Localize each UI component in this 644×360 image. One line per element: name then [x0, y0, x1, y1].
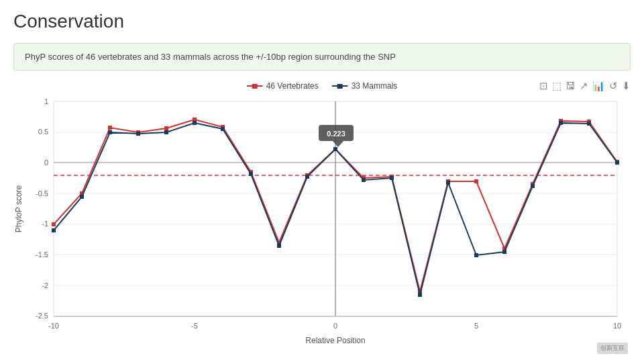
- legend-vertebrates: 46 Vertebrates: [247, 81, 319, 91]
- crop-icon[interactable]: ⊡: [539, 80, 548, 92]
- info-box: PhyP scores of 46 vertebrates and 33 mam…: [13, 43, 631, 71]
- svg-text:-2.5: -2.5: [36, 312, 48, 320]
- mammals-label: 33 Mammals: [352, 81, 398, 91]
- svg-text:0.223: 0.223: [327, 130, 345, 138]
- zoom-icon[interactable]: ⬚: [552, 80, 561, 92]
- svg-rect-64: [333, 147, 337, 151]
- svg-rect-3: [337, 84, 343, 89]
- svg-rect-71: [531, 184, 535, 188]
- bar-chart-icon[interactable]: 📊: [592, 80, 605, 92]
- svg-text:1: 1: [44, 97, 48, 105]
- svg-rect-67: [418, 293, 422, 297]
- svg-rect-60: [221, 127, 225, 131]
- svg-rect-73: [587, 122, 591, 126]
- svg-rect-1: [252, 84, 258, 89]
- svg-rect-61: [249, 172, 253, 176]
- svg-text:-0.5: -0.5: [36, 189, 48, 197]
- svg-rect-62: [277, 244, 281, 248]
- chart-type-icon[interactable]: ↗: [580, 80, 588, 92]
- svg-rect-55: [80, 195, 84, 199]
- legend-mammals: 33 Mammals: [332, 81, 398, 91]
- svg-text:-10: -10: [48, 322, 59, 330]
- svg-rect-59: [193, 121, 197, 125]
- refresh-icon[interactable]: ↺: [609, 80, 618, 92]
- legend: 46 Vertebrates 33 Mammals: [247, 81, 398, 91]
- svg-rect-66: [390, 176, 394, 180]
- chart-container: 1 0.5 0 -0.5 -1 -1.5 -2 -2.5 -10 -5 0 5: [13, 95, 631, 357]
- svg-rect-70: [502, 250, 506, 254]
- svg-text:-1.5: -1.5: [36, 251, 48, 259]
- mammals-legend-icon: [332, 83, 348, 89]
- svg-text:-1: -1: [42, 220, 48, 228]
- watermark: 创新互联: [597, 343, 628, 354]
- svg-text:0: 0: [44, 159, 48, 167]
- svg-text:Relative Position: Relative Position: [305, 336, 365, 345]
- svg-rect-58: [164, 130, 168, 134]
- svg-rect-63: [305, 175, 309, 179]
- svg-text:-2: -2: [42, 281, 48, 289]
- conservation-chart: 1 0.5 0 -0.5 -1 -1.5 -2 -2.5 -10 -5 0 5: [13, 95, 631, 357]
- svg-rect-69: [474, 253, 478, 257]
- svg-rect-68: [446, 181, 450, 185]
- svg-text:10: 10: [613, 322, 621, 330]
- svg-rect-65: [362, 178, 366, 182]
- svg-rect-54: [52, 228, 56, 232]
- svg-text:5: 5: [474, 322, 478, 330]
- page-title: Conservation: [13, 11, 631, 32]
- page: Conservation PhyP scores of 46 vertebrat…: [0, 0, 644, 360]
- svg-rect-33: [52, 222, 56, 226]
- save-icon[interactable]: 🖫: [566, 80, 576, 92]
- toolbar-icons: ⊡ ⬚ 🖫 ↗ 📊 ↺ ⬇: [539, 80, 631, 92]
- download-icon[interactable]: ⬇: [622, 80, 631, 92]
- svg-text:0.5: 0.5: [38, 128, 48, 136]
- info-text: PhyP scores of 46 vertebrates and 33 mam…: [25, 52, 396, 62]
- vertebrates-legend-icon: [247, 83, 263, 89]
- svg-rect-37: [164, 126, 168, 130]
- svg-rect-35: [108, 126, 112, 130]
- svg-rect-74: [615, 161, 619, 165]
- svg-rect-57: [136, 132, 140, 136]
- svg-text:0: 0: [333, 322, 337, 330]
- svg-text:PhyloP score: PhyloP score: [14, 185, 23, 232]
- svg-rect-72: [559, 121, 563, 125]
- svg-rect-48: [474, 179, 478, 183]
- svg-rect-56: [108, 130, 112, 134]
- vertebrates-label: 46 Vertebrates: [266, 81, 319, 91]
- svg-text:-5: -5: [191, 322, 198, 330]
- chart-toolbar: 46 Vertebrates 33 Mammals ⊡ ⬚ 🖫 ↗ 📊 ↺ ⬇: [13, 80, 631, 92]
